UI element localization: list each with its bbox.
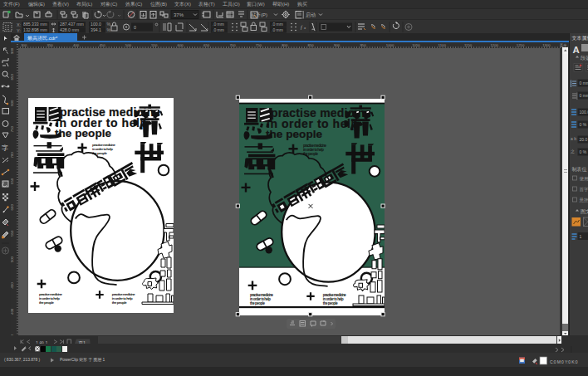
svg-text:132.898 mm: 132.898 mm [23,27,47,32]
svg-text:.0 mm: .0 mm [213,22,224,27]
svg-text:启动: 启动 [306,12,316,18]
svg-text:字: 字 [2,144,8,152]
svg-text:制表位: 制表位 [571,166,586,173]
svg-text:f: f [301,25,303,30]
svg-text:500: 500 [125,42,132,46]
svg-text:段落: 段落 [581,56,588,61]
svg-text:100.0: 100.0 [91,22,101,27]
svg-text:900: 900 [334,42,341,46]
svg-text:a b: a b [571,136,576,141]
svg-text:最高济民.cdr*: 最高济民.cdr* [27,35,58,41]
svg-text:1000: 1000 [386,42,394,46]
svg-text:使用制表位: 使用制表位 [579,176,588,182]
svg-text:之: 之 [571,149,575,154]
svg-text:A: A [572,45,579,55]
svg-text:850: 850 [308,42,315,46]
svg-text:0 %: 0 % [579,122,586,127]
svg-text:700: 700 [11,151,14,158]
svg-text:800: 800 [11,100,14,106]
svg-text:400: 400 [11,308,14,315]
svg-text:900: 900 [11,47,14,54]
svg-text:1: 1 [579,234,581,239]
svg-text:C:0 M:0 Y:0 K:0: C:0 M:0 Y:0 K:0 [550,359,578,364]
svg-text:.0 mm: .0 mm [213,27,224,32]
svg-text:100.0 %: 100.0 % [579,110,588,115]
svg-text:x: x [303,26,306,30]
svg-text:394.1: 394.1 [91,27,101,32]
svg-text:600: 600 [11,203,14,210]
svg-text:400: 400 [73,42,80,46]
svg-text:1250: 1250 [517,42,525,46]
svg-text:1300: 1300 [542,42,551,46]
svg-text:750: 750 [256,42,262,46]
svg-text:悬挂缩进: 悬挂缩进 [578,198,588,203]
svg-text:550: 550 [11,230,14,237]
svg-text:0 %: 0 % [579,149,586,154]
svg-text:550: 550 [151,42,158,46]
svg-text:.0 mm: .0 mm [272,22,283,27]
svg-text:350: 350 [47,42,54,46]
svg-text:贴齐(P): 贴齐(P) [251,12,267,18]
svg-text:500: 500 [11,256,14,262]
svg-text:600: 600 [178,42,184,46]
svg-text:885.333 mm: 885.333 mm [23,22,47,27]
svg-text:1100: 1100 [439,42,447,46]
svg-text:650: 650 [11,178,14,184]
svg-text:.0 mm: .0 mm [272,27,283,32]
svg-text:1200: 1200 [490,42,498,46]
svg-text:800: 800 [282,42,288,46]
svg-text:300: 300 [21,42,27,46]
svg-text:0: 0 [134,25,136,30]
svg-text:首字下沉: 首字下沉 [579,187,588,193]
svg-text:450: 450 [99,42,105,46]
svg-text:428.0 mm: 428.0 mm [60,27,79,32]
svg-text:37%: 37% [174,12,184,17]
svg-text:1050: 1050 [412,42,420,46]
svg-text:750: 750 [11,125,14,132]
svg-text:450: 450 [11,281,14,288]
svg-text:287.437 mm: 287.437 mm [60,22,84,27]
svg-text:%: % [107,27,111,32]
svg-text:图文: 图文 [581,208,588,215]
svg-text:950: 950 [360,42,366,46]
svg-text:毫米: 毫米 [560,42,567,46]
svg-text:1150: 1150 [464,42,473,46]
svg-text:%: % [107,22,111,27]
svg-text:650: 650 [203,42,210,46]
svg-text:850: 850 [11,73,14,80]
svg-text:0 mm: 0 mm [579,81,588,85]
svg-text:0 mm: 0 mm [579,93,588,98]
svg-text:文本属性: 文本属性 [571,35,588,41]
svg-text:X:: X: [17,22,22,27]
svg-text:20.0 %: 20.0 % [579,137,588,142]
svg-text:700: 700 [229,42,236,46]
